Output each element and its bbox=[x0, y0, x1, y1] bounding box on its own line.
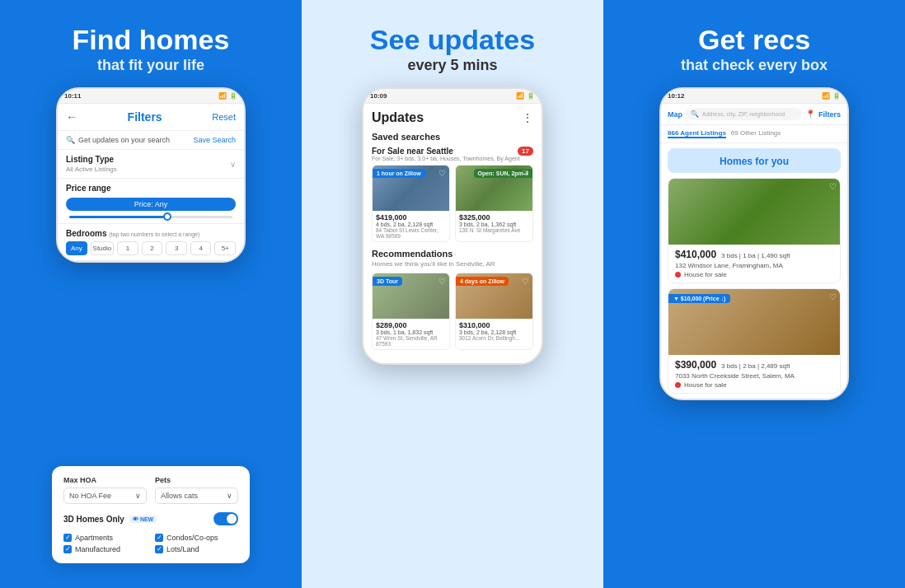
bedrooms-sublabel: (tap two numbers to select a range) bbox=[109, 231, 199, 237]
home-cards-row-2: 3D Tour ♡ $289,000 3 bds, 1 ba, 1,832 sq… bbox=[372, 273, 533, 350]
home4-details: 3 bds, 2 ba, 2,128 sqft bbox=[459, 329, 529, 335]
checkbox-manufactured[interactable]: ✓ Manufactured bbox=[63, 545, 147, 553]
status-bar-2: 10:09 📶🔋 bbox=[363, 89, 542, 104]
checkbox-apartments[interactable]: ✓ Apartments bbox=[63, 534, 147, 542]
checkbox-lots[interactable]: ✓ Lots/Land bbox=[155, 545, 238, 553]
home-card-3[interactable]: 3D Tour ♡ $289,000 3 bds, 1 ba, 1,832 sq… bbox=[372, 273, 450, 350]
heart-icon-l1[interactable]: ♡ bbox=[829, 182, 837, 191]
filters-popup-card: Max HOA No HOA Fee ∨ Pets Allows cats ∨ … bbox=[52, 466, 250, 563]
badge-4days: 4 days on Zillow bbox=[456, 277, 509, 286]
save-search-button[interactable]: Save Search bbox=[193, 136, 236, 144]
home3-details: 3 bds, 1 ba, 1,832 sqft bbox=[376, 329, 446, 335]
home-card-img-3: 3D Tour ♡ bbox=[373, 273, 449, 319]
price-slider[interactable] bbox=[69, 216, 232, 218]
home-card-img-1: 1 hour on Zillow ♡ bbox=[373, 166, 449, 211]
chevron-down-icon: ∨ bbox=[135, 492, 141, 500]
reset-button[interactable]: Reset bbox=[212, 112, 236, 122]
home1-price: $419,000 bbox=[376, 213, 446, 222]
status-icons-3: 📶🔋 bbox=[822, 92, 841, 100]
panel1-title: Find homes bbox=[73, 25, 230, 55]
heart-icon-2[interactable]: ♡ bbox=[522, 169, 529, 178]
home-card-img-2: Open: SUN, 2pm-4 ♡ bbox=[456, 166, 532, 211]
home-card-4[interactable]: 4 days on Zillow ♡ $310,000 3 bds, 2 ba,… bbox=[455, 273, 533, 350]
home4-addr: 9012 Acorn Dr, Bellingh... bbox=[459, 335, 529, 341]
listing-type-section[interactable]: Listing Type All Active Listings ∨ bbox=[58, 150, 244, 179]
listing2-addr: 7033 North Creekside Street, Salem, MA bbox=[675, 372, 833, 380]
price-range-label: Price range bbox=[66, 184, 236, 193]
panel1-subtitle: that fit your life bbox=[97, 57, 204, 74]
back-icon[interactable]: ← bbox=[66, 110, 77, 124]
hoa-select[interactable]: No HOA Fee ∨ bbox=[63, 488, 147, 504]
recommendations-sub: Homes we think you'll like in Sendville,… bbox=[372, 260, 533, 268]
pets-value: Allows cats bbox=[161, 492, 198, 500]
listing-type-label: Listing Type bbox=[66, 155, 117, 164]
home2-addr: 136 N. St Margaretes Ave bbox=[459, 227, 529, 233]
chevron-down-icon: ∨ bbox=[230, 160, 236, 169]
bedroom-buttons: Any Studio 1 2 3 4 5+ bbox=[66, 241, 236, 255]
home-card-img-4: 4 days on Zillow ♡ bbox=[456, 273, 532, 319]
status-icons-1: 📶 🔋 bbox=[218, 92, 237, 100]
heart-icon-4[interactable]: ♡ bbox=[522, 277, 529, 286]
home-card-2[interactable]: Open: SUN, 2pm-4 ♡ $325,000 3 bds, 2 ba,… bbox=[455, 165, 533, 242]
toggle-thumb bbox=[227, 514, 237, 524]
listing-card-1[interactable]: ♡ $410,000 3 bds | 1 ba | 1,490 sqft 132… bbox=[668, 178, 841, 283]
price-range-section: Price range Price: Any bbox=[58, 179, 244, 224]
filters-title: Filters bbox=[128, 110, 162, 124]
filters-tab-button[interactable]: Filters bbox=[818, 110, 841, 119]
more-options-icon[interactable]: ⋮ bbox=[522, 111, 533, 124]
home-card-1[interactable]: 1 hour on Zillow ♡ $419,000 4 bds, 2 ba,… bbox=[372, 165, 450, 242]
updates-content: Updates ⋮ Saved searches For Sale near S… bbox=[363, 104, 542, 363]
heart-icon[interactable]: ♡ bbox=[438, 169, 446, 178]
home1-details: 4 bds, 2 ba, 2,128 sqft bbox=[376, 222, 446, 227]
status-dot-2 bbox=[675, 382, 681, 388]
pets-select[interactable]: Allows cats ∨ bbox=[155, 488, 238, 504]
homes-3d-toggle[interactable] bbox=[213, 512, 238, 525]
bedrooms-label: Bedrooms bbox=[66, 229, 106, 238]
listings-tabs: 866 Agent Listings 69 Other Listings bbox=[661, 125, 847, 143]
search-badge: 17 bbox=[518, 147, 533, 156]
panel-see-updates: See updates every 5 mins 10:09 📶🔋 Update… bbox=[302, 0, 603, 588]
phone3: 10:12 📶🔋 Map 🔍 Address, city, ZIP, neigh… bbox=[659, 87, 849, 400]
search-bar-placeholder: Address, city, ZIP, neighborhood bbox=[702, 111, 785, 117]
pets-label: Pets bbox=[155, 476, 238, 484]
listing-card-2[interactable]: ▼ $10,000 (Price ↓) ♡ $390,000 3 bds | 2… bbox=[668, 288, 841, 394]
status-dot-1 bbox=[675, 272, 681, 278]
status-icons-2: 📶🔋 bbox=[516, 92, 535, 100]
heart-icon-l2[interactable]: ♡ bbox=[829, 292, 837, 301]
home3-addr: 47 Wren St, Sendville, AR 87593 bbox=[376, 335, 446, 347]
checkbox-condos[interactable]: ✓ Condos/Co-ops bbox=[155, 534, 238, 542]
status-time-2: 10:09 bbox=[370, 92, 387, 100]
tab-other-listings[interactable]: 69 Other Listings bbox=[731, 129, 781, 138]
home2-details: 3 bds, 2 ba, 1,362 sqft bbox=[459, 222, 529, 227]
bedroom-3[interactable]: 3 bbox=[166, 241, 187, 255]
bedroom-2[interactable]: 2 bbox=[142, 241, 163, 255]
bedroom-1[interactable]: 1 bbox=[117, 241, 138, 255]
listing-type-value: All Active Listings bbox=[66, 166, 117, 173]
location-icon[interactable]: 📍 bbox=[805, 110, 815, 119]
listing1-status: House for sale bbox=[684, 271, 727, 278]
status-time-3: 10:12 bbox=[668, 92, 684, 100]
listing1-addr: 132 Windsor Lane, Framingham, MA bbox=[675, 262, 833, 269]
tab-agent-listings[interactable]: 866 Agent Listings bbox=[668, 129, 726, 138]
bedroom-5plus[interactable]: 5+ bbox=[214, 241, 236, 255]
search-item-title: For Sale near Seattle bbox=[372, 147, 453, 156]
status-time-1: 10:11 bbox=[64, 92, 81, 100]
bedroom-studio[interactable]: Studio bbox=[91, 241, 115, 255]
slider-fill bbox=[69, 216, 167, 218]
listing-img-1: ♡ bbox=[668, 179, 840, 245]
eye-icon: 👁 bbox=[133, 516, 138, 522]
bedroom-any[interactable]: Any bbox=[66, 241, 87, 255]
updates-title: Updates bbox=[372, 110, 424, 125]
search-item-seattle[interactable]: For Sale near Seattle 17 For Sale, 3+ bd… bbox=[372, 147, 533, 161]
search-icon: 🔍 bbox=[66, 136, 75, 144]
home4-price: $310,000 bbox=[459, 321, 529, 329]
search-icon: 🔍 bbox=[691, 110, 699, 118]
search-bar[interactable]: 🔍 Address, city, ZIP, neighborhood bbox=[686, 108, 802, 120]
phone1: 10:11 📶 🔋 ← Filters Reset 🔍 Get updates … bbox=[56, 87, 246, 263]
map-tab[interactable]: Map bbox=[668, 110, 682, 119]
homes-3d-label: 3D Homes Only bbox=[63, 515, 124, 524]
price-bubble: Price: Any bbox=[66, 198, 236, 211]
heart-icon-3[interactable]: ♡ bbox=[438, 277, 446, 286]
slider-thumb[interactable] bbox=[163, 212, 171, 221]
bedroom-4[interactable]: 4 bbox=[190, 241, 212, 255]
